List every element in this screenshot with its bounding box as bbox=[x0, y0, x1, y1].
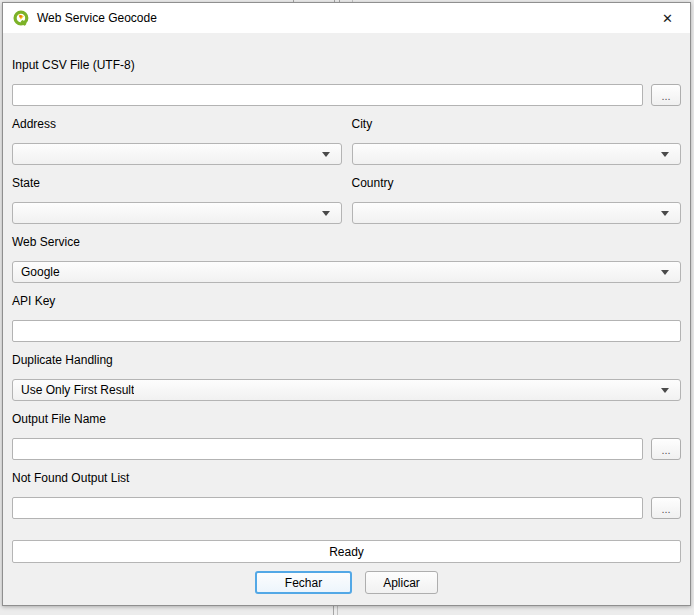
country-label: Country bbox=[352, 176, 682, 192]
api-key-section: API Key bbox=[12, 294, 681, 342]
qgis-logo-icon bbox=[13, 10, 30, 27]
background-divider bbox=[337, 606, 338, 615]
country-combobox[interactable] bbox=[352, 202, 682, 224]
web-service-section: Web Service Google bbox=[12, 235, 681, 283]
api-key-label: API Key bbox=[12, 294, 681, 310]
not-found-section: Not Found Output List ... bbox=[12, 471, 681, 519]
desktop-background: Web Service Geocode ✕ Input CSV File (UT… bbox=[0, 0, 694, 615]
close-icon[interactable]: ✕ bbox=[645, 3, 690, 33]
chevron-down-icon bbox=[322, 211, 330, 216]
output-file-label: Output File Name bbox=[12, 412, 681, 428]
input-csv-section: Input CSV File (UTF-8) ... bbox=[12, 58, 681, 106]
input-csv-input[interactable] bbox=[12, 84, 643, 106]
state-country-section: State Country bbox=[12, 176, 681, 224]
chevron-down-icon bbox=[661, 152, 669, 157]
api-key-input[interactable] bbox=[12, 320, 681, 342]
address-label: Address bbox=[12, 117, 342, 133]
city-label: City bbox=[352, 117, 682, 133]
background-divider bbox=[333, 606, 334, 615]
chevron-down-icon bbox=[661, 388, 669, 393]
aplicar-button[interactable]: Aplicar bbox=[365, 571, 438, 594]
not-found-input[interactable] bbox=[12, 497, 643, 519]
not-found-label: Not Found Output List bbox=[12, 471, 681, 487]
output-file-input[interactable] bbox=[12, 438, 643, 460]
chevron-down-icon bbox=[322, 152, 330, 157]
not-found-browse-button[interactable]: ... bbox=[651, 497, 681, 519]
dialog-body: Input CSV File (UTF-8) ... Address City bbox=[3, 33, 690, 594]
address-combobox[interactable] bbox=[12, 143, 342, 165]
dialog-button-row: Fechar Aplicar bbox=[12, 571, 681, 594]
state-combobox[interactable] bbox=[12, 202, 342, 224]
titlebar[interactable]: Web Service Geocode ✕ bbox=[3, 3, 690, 33]
state-label: State bbox=[12, 176, 342, 192]
status-text: Ready bbox=[329, 545, 364, 559]
web-service-combobox[interactable]: Google bbox=[12, 261, 681, 283]
web-service-combobox-value: Google bbox=[21, 265, 60, 279]
input-csv-browse-button[interactable]: ... bbox=[651, 84, 681, 106]
chevron-down-icon bbox=[661, 211, 669, 216]
web-service-label: Web Service bbox=[12, 235, 681, 251]
output-file-browse-button[interactable]: ... bbox=[651, 438, 681, 460]
duplicate-handling-label: Duplicate Handling bbox=[12, 353, 681, 369]
window-title: Web Service Geocode bbox=[37, 11, 157, 25]
duplicate-handling-combobox[interactable]: Use Only First Result bbox=[12, 379, 681, 401]
city-combobox[interactable] bbox=[352, 143, 682, 165]
fechar-button[interactable]: Fechar bbox=[255, 571, 352, 594]
duplicate-handling-combobox-value: Use Only First Result bbox=[21, 383, 134, 397]
output-file-section: Output File Name ... bbox=[12, 412, 681, 460]
duplicate-handling-section: Duplicate Handling Use Only First Result bbox=[12, 353, 681, 401]
input-csv-label: Input CSV File (UTF-8) bbox=[12, 58, 681, 74]
status-bar: Ready bbox=[12, 540, 681, 563]
web-service-geocode-dialog: Web Service Geocode ✕ Input CSV File (UT… bbox=[2, 2, 691, 606]
chevron-down-icon bbox=[661, 270, 669, 275]
address-city-section: Address City bbox=[12, 117, 681, 165]
